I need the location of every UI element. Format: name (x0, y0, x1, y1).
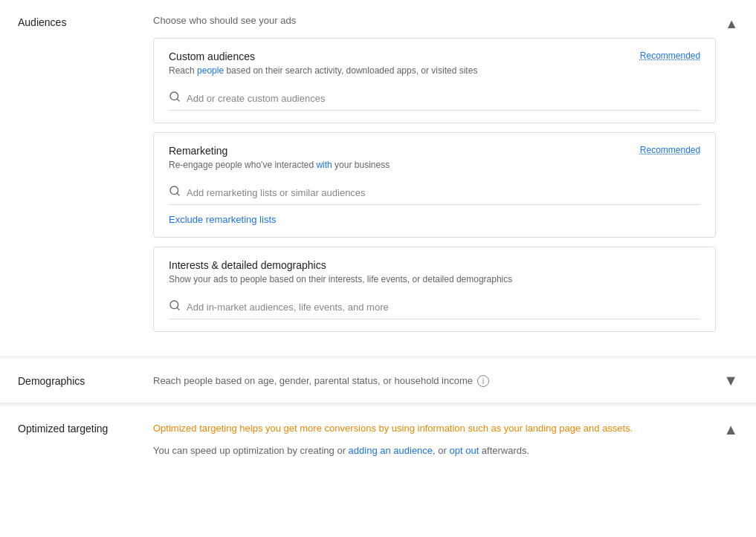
optimized-targeting-toggle[interactable]: ▲ (723, 421, 738, 438)
search-icon-interests (169, 299, 181, 314)
interests-card-header: Interests & detailed demographics (169, 259, 700, 271)
interests-search-row[interactable]: Add in-market audiences, life events, an… (169, 296, 700, 319)
audiences-section: Audiences Choose who should see your ads… (0, 0, 756, 356)
optimized-targeting-content: Optimized targeting helps you get more c… (144, 421, 723, 458)
remarketing-recommended[interactable]: Recommended (640, 145, 700, 155)
svg-line-3 (177, 193, 179, 195)
svg-line-1 (177, 99, 179, 101)
demographics-label: Demographics (18, 375, 144, 387)
custom-audiences-card: Custom audiences Recommended Reach peopl… (153, 38, 716, 123)
remarketing-card: Remarketing Recommended Re-engage people… (153, 132, 716, 238)
custom-audiences-search-placeholder: Add or create custom audiences (187, 93, 325, 104)
remarketing-card-header: Remarketing Recommended (169, 145, 700, 157)
interests-title: Interests & detailed demographics (169, 259, 326, 271)
optimized-targeting-section: Optimized targeting Optimized targeting … (0, 406, 756, 472)
demographics-description-text: Reach people based on age, gender, paren… (153, 375, 473, 386)
adding-audience-link[interactable]: adding an audience (349, 445, 433, 456)
optimized-targeting-text2: You can speed up optimization by creatin… (153, 443, 714, 458)
demographics-description: Reach people based on age, gender, paren… (144, 375, 723, 387)
optimized-targeting-text1: Optimized targeting helps you get more c… (153, 421, 714, 436)
remarketing-title: Remarketing (169, 145, 227, 157)
audiences-heading: Choose who should see your ads (153, 15, 716, 26)
interests-card: Interests & detailed demographics Show y… (153, 247, 716, 332)
custom-audiences-title: Custom audiences (169, 51, 255, 62)
interests-description: Show your ads to people based on their i… (169, 274, 700, 284)
svg-line-5 (177, 307, 179, 310)
audiences-toggle[interactable]: ▲ (725, 15, 738, 32)
search-icon-remarketing (169, 185, 181, 200)
remarketing-search-placeholder: Add remarketing lists or similar audienc… (187, 187, 366, 198)
remarketing-description: Re-engage people who've interacted with … (169, 160, 700, 170)
custom-audiences-description: Reach people based on their search activ… (169, 65, 700, 76)
opt-out-link[interactable]: opt out (449, 445, 479, 456)
custom-audiences-card-header: Custom audiences Recommended (169, 51, 700, 62)
search-icon (169, 91, 181, 105)
optimized-targeting-label: Optimized targeting (18, 421, 144, 435)
demographics-toggle[interactable]: ▼ (723, 372, 738, 389)
demographics-info-icon[interactable]: i (477, 375, 489, 387)
remarketing-search-row[interactable]: Add remarketing lists or similar audienc… (169, 182, 700, 205)
exclude-remarketing-link[interactable]: Exclude remarketing lists (169, 214, 277, 225)
custom-audiences-highlight: people (197, 65, 224, 76)
audiences-label: Audiences (18, 15, 144, 28)
demographics-section: Demographics Reach people based on age, … (0, 359, 756, 403)
remarketing-highlight: with (316, 160, 332, 170)
interests-search-placeholder: Add in-market audiences, life events, an… (187, 302, 389, 313)
custom-audiences-search-row[interactable]: Add or create custom audiences (169, 88, 700, 111)
custom-audiences-recommended[interactable]: Recommended (640, 51, 700, 61)
audiences-content: Choose who should see your ads Custom au… (144, 15, 725, 341)
